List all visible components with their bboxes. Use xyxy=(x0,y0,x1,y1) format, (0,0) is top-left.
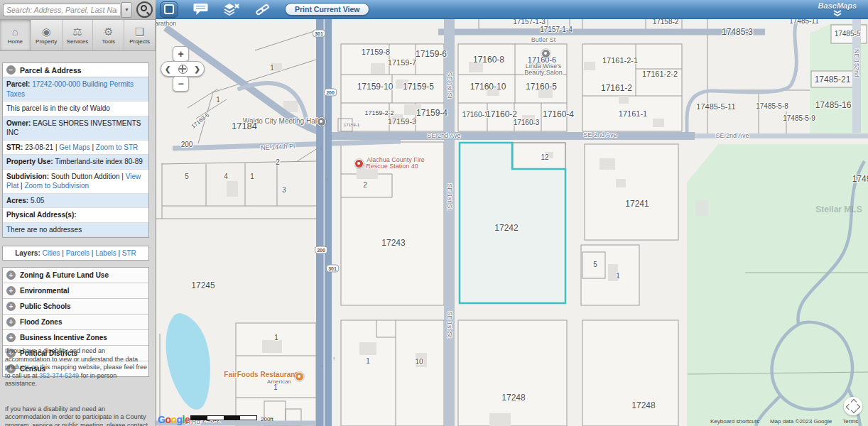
google-logo[interactable]: Google xyxy=(158,414,190,425)
parcel-info-row: There are no addresses xyxy=(3,223,148,238)
parcel-info-row: Acres: 5.05 xyxy=(3,194,148,209)
google-logo-letter: o xyxy=(170,414,176,425)
basemaps-label: BaseMaps xyxy=(818,2,857,10)
expand-icon[interactable]: + xyxy=(6,271,16,280)
layers-link-cities[interactable]: Cities xyxy=(43,249,60,257)
accordion-label: Environmental xyxy=(20,287,69,295)
comment-tool-button[interactable] xyxy=(193,4,208,15)
select-tool-button[interactable] xyxy=(160,1,178,18)
expand-icon[interactable]: + xyxy=(6,317,16,327)
nav-tab-services[interactable]: ⚖Services xyxy=(63,20,94,50)
search-input[interactable] xyxy=(3,4,120,16)
projects-icon: ❏ xyxy=(135,26,144,38)
text: | xyxy=(92,143,94,151)
fullscreen-toggle-icon[interactable] xyxy=(844,397,862,415)
text: | xyxy=(21,182,23,190)
tab-label: Projects xyxy=(129,38,150,45)
sidebar: ▼ ⌂Home◉Property⚖Services⚙Tools❏Projects… xyxy=(0,0,156,426)
parcel-info-row: This parcel is in the city of Waldo xyxy=(3,102,148,116)
parcel-info-row: Owner: EAGLE SHORES INVESTMENTS INC xyxy=(3,116,148,141)
map-toolbar: Print Current View BaseMaps xyxy=(156,0,868,19)
layer-accordion-public-schools[interactable]: +Public Schools xyxy=(3,299,148,315)
map-data-credit: Map data ©2023 Google xyxy=(770,418,832,425)
google-logo-letter: e xyxy=(185,414,190,425)
layer-accordion-business-incentive-zones[interactable]: +Business Incentive Zones xyxy=(3,330,148,346)
link-17242-000-000[interactable]: 17242-000-000 xyxy=(32,80,80,88)
share-link-button[interactable] xyxy=(254,1,271,16)
collapse-icon[interactable]: − xyxy=(6,65,16,75)
parcel-info-row: Physical Address(s): xyxy=(3,208,148,223)
field-label: Property Use: xyxy=(6,158,53,165)
basemaps-control[interactable]: BaseMaps xyxy=(818,2,857,16)
tab-label: Property xyxy=(36,38,57,45)
remove-layers-button[interactable] xyxy=(223,4,240,16)
expand-icon[interactable]: + xyxy=(6,302,16,311)
text: If you have a disability and need an acc… xyxy=(5,405,148,426)
search-dropdown-button[interactable]: ▼ xyxy=(121,2,132,18)
layers-link-labels[interactable]: Labels xyxy=(95,249,116,257)
field-label: Owner: xyxy=(6,119,31,127)
accessibility-notice: If you have a disability and need an acc… xyxy=(5,347,149,388)
text: There are no addresses xyxy=(6,226,82,234)
map-navigation-control: + ❮ ❯ − xyxy=(161,46,205,92)
layer-accordion-zoning-future-land-use[interactable]: +Zoning & Future Land Use xyxy=(3,268,148,283)
print-current-view-button[interactable]: Print Current View xyxy=(285,3,369,16)
layers-label: Layers: xyxy=(15,249,42,257)
globe-icon[interactable] xyxy=(178,65,188,74)
accordion-label: Business Incentive Zones xyxy=(20,334,107,342)
google-logo-letter: g xyxy=(177,414,183,425)
map-attribution: Keyboard shortcuts Map data ©2023 Google… xyxy=(710,418,858,425)
nav-tab-projects[interactable]: ❏Projects xyxy=(124,20,156,50)
layer-accordion-flood-zones[interactable]: +Flood Zones xyxy=(3,315,148,330)
field-label: Parcel: xyxy=(6,80,30,88)
panel-title: Parcel & Address xyxy=(20,66,82,75)
parcel-info-row: Subdivision: South Dutton Addition | Vie… xyxy=(3,170,148,194)
map-viewport[interactable]: arathon17157-1-317157-1-417158-217485-11… xyxy=(156,19,868,426)
layers-bar: Layers: Cities | Parcels | Labels | STR xyxy=(2,246,149,261)
pan-left-icon[interactable]: ❮ xyxy=(165,65,170,73)
panel-header: − Parcel & Address xyxy=(3,63,148,77)
parcel-info-row: STR: 23-08-21 | Get Maps | Zoom to STR xyxy=(3,141,148,155)
scale-label: 200ft xyxy=(261,416,273,422)
parcel-info-row: Property Use: Timberland-site index 80-8… xyxy=(3,155,148,170)
zoom-in-button[interactable]: + xyxy=(173,46,189,62)
layer-accordion-environmental[interactable]: +Environmental xyxy=(3,283,148,299)
field-label: Physical Address(s): xyxy=(6,211,77,219)
accessibility-notices: If you have a disability and need an acc… xyxy=(5,347,149,426)
zoom-out-button[interactable]: − xyxy=(173,76,189,92)
terms-link[interactable]: Terms xyxy=(842,418,858,425)
link-building-permits[interactable]: Building Permits xyxy=(82,80,134,88)
field-label: Acres: xyxy=(6,197,28,204)
link-taxes[interactable]: Taxes xyxy=(6,90,25,98)
tools-icon: ⚙ xyxy=(104,26,113,38)
expand-icon[interactable]: + xyxy=(6,286,16,295)
field-label: Subdivision: xyxy=(6,173,49,180)
field-label: STR: xyxy=(6,143,23,151)
link-352-374-5249[interactable]: 352-374-5249 xyxy=(39,372,79,379)
layers-link-str[interactable]: STR xyxy=(122,249,136,257)
layers-link-parcels[interactable]: Parcels xyxy=(66,249,89,257)
expand-icon[interactable]: + xyxy=(6,333,16,342)
google-logo-letter: G xyxy=(158,414,165,425)
pan-right-icon[interactable]: ❯ xyxy=(195,65,200,73)
home-icon: ⌂ xyxy=(12,26,18,38)
nav-tab-home[interactable]: ⌂Home xyxy=(0,20,31,50)
link-get-maps[interactable]: Get Maps xyxy=(59,143,89,151)
pan-control[interactable]: ❮ ❯ xyxy=(161,61,205,77)
nav-tab-property[interactable]: ◉Property xyxy=(31,20,63,50)
gis-parcel-map-app: ▼ ⌂Home◉Property⚖Services⚙Tools❏Projects… xyxy=(0,0,868,426)
map-canvas[interactable] xyxy=(156,19,868,426)
nav-tabs: ⌂Home◉Property⚖Services⚙Tools❏Projects xyxy=(0,20,156,51)
text: 23-08-21 | xyxy=(25,143,57,151)
text: Timberland-site index 80-89 xyxy=(55,158,143,165)
accessibility-notice: If you have a disability and need an acc… xyxy=(5,405,149,426)
property-icon: ◉ xyxy=(42,26,51,38)
parcel-address-panel: − Parcel & Address Parcel: 17242-000-000… xyxy=(2,62,149,238)
nav-tab-tools[interactable]: ⚙Tools xyxy=(93,20,124,50)
chevron-down-icon xyxy=(832,10,843,16)
search-icon[interactable] xyxy=(136,1,153,18)
accordion-label: Flood Zones xyxy=(20,318,62,326)
link-zoom-to-str[interactable]: Zoom to STR xyxy=(96,143,138,151)
link-zoom-to-subdivision[interactable]: Zoom to Subdivision xyxy=(24,182,89,190)
keyboard-shortcuts-link[interactable]: Keyboard shortcuts xyxy=(710,418,759,425)
